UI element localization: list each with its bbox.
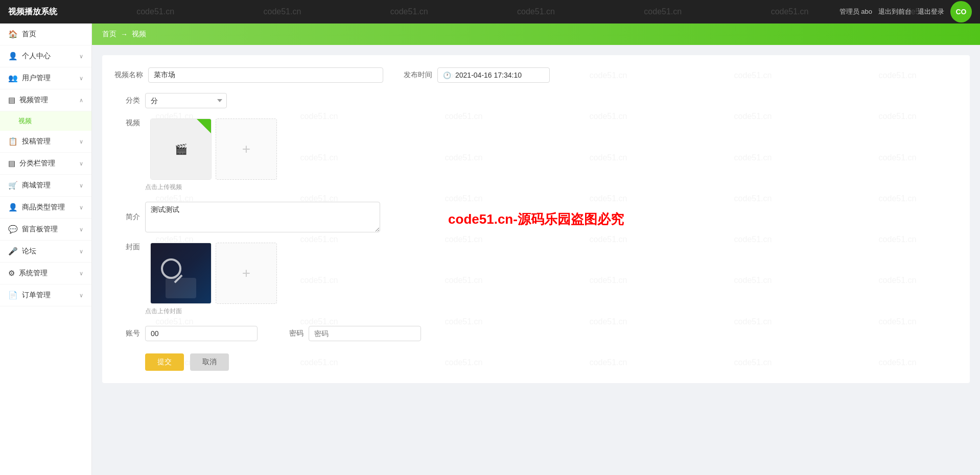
calendar-icon: 🕐 bbox=[443, 72, 451, 79]
form: 视频名称 发布时间 🕐 分类 bbox=[114, 67, 958, 371]
password-label: 密码 bbox=[278, 329, 304, 338]
account-label: 账号 bbox=[114, 329, 140, 338]
sidebar-goods-type-label: 商品类型管理 bbox=[22, 203, 65, 212]
video-thumb[interactable]: 🎬 bbox=[150, 118, 212, 180]
chevron-down-icon: ∨ bbox=[79, 160, 83, 167]
cover-upload-hint: 点击上传封面 bbox=[145, 307, 958, 316]
cancel-button[interactable]: 取消 bbox=[190, 353, 229, 371]
order-icon: 📄 bbox=[8, 291, 18, 300]
button-row: 提交 取消 bbox=[114, 353, 958, 371]
draft-icon: 📋 bbox=[8, 137, 18, 146]
forum-icon: 🎤 bbox=[8, 247, 18, 256]
sidebar-guestbook-label: 留言板管理 bbox=[22, 225, 58, 234]
sidebar-item-order[interactable]: 📄 订单管理 ∨ bbox=[0, 284, 91, 306]
video-thumbnails: 🎬 + bbox=[150, 118, 277, 180]
cover-upload-placeholder[interactable]: + bbox=[216, 243, 277, 304]
intro-label: 简介 bbox=[114, 212, 140, 222]
submit-button[interactable]: 提交 bbox=[145, 353, 184, 371]
cover-upload-section: 封面 bbox=[114, 243, 958, 316]
logout-link[interactable]: 退出登录 bbox=[918, 7, 944, 16]
form-row-2: 分类 分 美食 旅游 科技 娱乐 bbox=[114, 93, 958, 108]
sidebar-item-goods-type[interactable]: 👤 商品类型管理 ∨ bbox=[0, 197, 91, 219]
cover-thumb[interactable] bbox=[150, 243, 212, 304]
sidebar-item-draft[interactable]: 📋 投稿管理 ∨ bbox=[0, 131, 91, 153]
video-upload-placeholder[interactable]: + bbox=[216, 118, 277, 180]
sidebar-shop-label: 商城管理 bbox=[22, 181, 51, 190]
sidebar-order-label: 订单管理 bbox=[22, 291, 51, 300]
form-container: code51.cn code51.cn code51.cn code51.cn … bbox=[102, 55, 970, 383]
breadcrumb-arrow: → bbox=[121, 30, 128, 38]
chevron-down-icon: ∨ bbox=[79, 53, 83, 60]
home-icon: 🏠 bbox=[8, 30, 18, 39]
cover-upload-row: 封面 bbox=[114, 243, 958, 304]
chevron-down-icon: ∨ bbox=[79, 248, 83, 255]
sidebar-item-forum[interactable]: 🎤 论坛 ∨ bbox=[0, 241, 91, 263]
chevron-down-icon: ∨ bbox=[79, 138, 83, 145]
video-name-label: 视频名称 bbox=[114, 70, 143, 80]
sidebar-video-sub-label: 视频 bbox=[18, 117, 32, 125]
chevron-down-icon: ∨ bbox=[79, 182, 83, 189]
account-input[interactable] bbox=[145, 326, 258, 341]
sidebar-item-video-sub[interactable]: 视频 bbox=[0, 111, 91, 131]
sidebar-item-category[interactable]: ▤ 分类栏管理 ∨ bbox=[0, 153, 91, 175]
publish-time-input[interactable] bbox=[455, 71, 544, 79]
sidebar-home-label: 首页 bbox=[22, 30, 36, 39]
profile-icon: 👤 bbox=[8, 52, 18, 61]
breadcrumb-home: 首页 bbox=[102, 30, 116, 39]
cover-upload-label: 封面 bbox=[114, 243, 140, 252]
avatar: CO bbox=[950, 1, 972, 22]
header-right: 管理员 abo 退出到前台 退出登录 CO bbox=[839, 1, 972, 22]
form-row-intro: 简介 测试测试 bbox=[114, 202, 958, 232]
chevron-down-icon: ∨ bbox=[79, 270, 83, 277]
sidebar-item-system[interactable]: ⚙ 系统管理 ∨ bbox=[0, 263, 91, 284]
sidebar-item-profile[interactable]: 👤 个人中心 ∨ bbox=[0, 45, 91, 67]
sidebar-item-guestbook[interactable]: 💬 留言板管理 ∨ bbox=[0, 219, 91, 241]
sidebar-video-label: 视频管理 bbox=[19, 96, 48, 105]
video-upload-section: 视频 🎬 + bbox=[114, 118, 958, 192]
chevron-down-icon: ∨ bbox=[79, 204, 83, 211]
guestbook-icon: 💬 bbox=[8, 225, 18, 234]
form-row-account: 账号 密码 bbox=[114, 326, 958, 341]
back-to-frontend-link[interactable]: 退出到前台 bbox=[878, 7, 912, 16]
video-upload-hint: 点击上传视频 bbox=[145, 183, 958, 192]
header: 视频播放系统 code51.cn code51.cn code51.cn cod… bbox=[0, 0, 980, 23]
video-icon: ▤ bbox=[8, 96, 15, 105]
sidebar-draft-label: 投稿管理 bbox=[22, 137, 51, 146]
sidebar: 🏠 首页 👤 个人中心 ∨ 👥 用户管理 ∨ ▤ 视频管理 ∧ 视频 📋 投稿管… bbox=[0, 23, 92, 475]
cover-thumbnails: + bbox=[150, 243, 277, 304]
plus-icon: + bbox=[242, 141, 250, 157]
form-row-1: 视频名称 发布时间 🕐 bbox=[114, 67, 958, 83]
password-input[interactable] bbox=[309, 326, 421, 341]
category-icon: ▤ bbox=[8, 159, 15, 168]
video-name-input[interactable] bbox=[148, 67, 383, 83]
plus-icon: + bbox=[242, 265, 250, 281]
account-group: 账号 bbox=[114, 326, 258, 341]
video-upload-row: 视频 🎬 + bbox=[114, 118, 958, 180]
chevron-down-icon: ∨ bbox=[79, 226, 83, 233]
breadcrumb: 首页 → 视频 bbox=[92, 23, 980, 45]
app-title: 视频播放系统 bbox=[8, 7, 57, 17]
category-group: 分类 分 美食 旅游 科技 娱乐 bbox=[114, 93, 227, 108]
sidebar-item-user[interactable]: 👥 用户管理 ∨ bbox=[0, 67, 91, 89]
user-icon: 👥 bbox=[8, 74, 18, 83]
sidebar-category-label: 分类栏管理 bbox=[19, 159, 55, 168]
publish-time-label: 发布时间 bbox=[404, 70, 432, 80]
chevron-down-icon: ∨ bbox=[79, 75, 83, 82]
goods-type-icon: 👤 bbox=[8, 203, 18, 212]
sidebar-item-shop[interactable]: 🛒 商城管理 ∨ bbox=[0, 175, 91, 197]
category-select[interactable]: 分 美食 旅游 科技 娱乐 bbox=[145, 93, 227, 108]
date-input-wrapper[interactable]: 🕐 bbox=[437, 67, 550, 83]
sidebar-item-home[interactable]: 🏠 首页 bbox=[0, 23, 91, 45]
video-upload-label: 视频 bbox=[114, 118, 140, 128]
main-content: 首页 → 视频 code51.cn code51.cn code51.cn co… bbox=[92, 23, 980, 475]
breadcrumb-current: 视频 bbox=[132, 30, 146, 39]
sidebar-forum-label: 论坛 bbox=[22, 247, 36, 256]
layout: 🏠 首页 👤 个人中心 ∨ 👥 用户管理 ∨ ▤ 视频管理 ∧ 视频 📋 投稿管… bbox=[0, 23, 980, 475]
sidebar-item-video[interactable]: ▤ 视频管理 ∧ bbox=[0, 89, 91, 111]
publish-time-group: 发布时间 🕐 bbox=[404, 67, 550, 83]
admin-label: 管理员 abo bbox=[839, 7, 872, 16]
video-badge bbox=[197, 119, 211, 133]
intro-textarea[interactable]: 测试测试 bbox=[145, 202, 380, 232]
shop-icon: 🛒 bbox=[8, 181, 18, 190]
sidebar-system-label: 系统管理 bbox=[19, 269, 48, 278]
